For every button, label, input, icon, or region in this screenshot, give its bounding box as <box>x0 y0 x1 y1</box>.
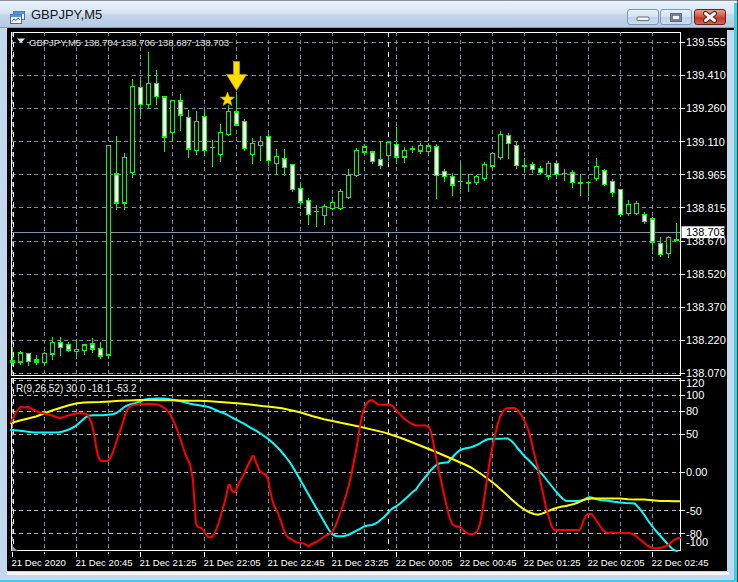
svg-text:138.815: 138.815 <box>686 202 726 214</box>
svg-text:21 Dec 21:25: 21 Dec 21:25 <box>140 557 197 568</box>
svg-text:21 Dec 20:45: 21 Dec 20:45 <box>76 557 133 568</box>
svg-text:120: 120 <box>686 377 704 389</box>
svg-text:138.520: 138.520 <box>686 268 726 280</box>
svg-text:22 Dec 00:45: 22 Dec 00:45 <box>460 557 517 568</box>
svg-text:138.703: 138.703 <box>686 226 726 238</box>
svg-text:21 Dec 22:05: 21 Dec 22:05 <box>204 557 261 568</box>
svg-text:139.555: 139.555 <box>686 36 726 48</box>
svg-text:138.220: 138.220 <box>686 334 726 346</box>
svg-text:139.260: 139.260 <box>686 102 726 114</box>
svg-text:0.00: 0.00 <box>686 466 707 478</box>
svg-text:21 Dec 23:25: 21 Dec 23:25 <box>332 557 389 568</box>
svg-text:GBPJPY,M5 138.704 138.706 138.: GBPJPY,M5 138.704 138.706 138.687 138.70… <box>29 37 229 48</box>
svg-text:22 Dec 02:05: 22 Dec 02:05 <box>588 557 645 568</box>
svg-text:139.110: 139.110 <box>686 136 725 148</box>
svg-text:21 Dec 22:45: 21 Dec 22:45 <box>268 557 325 568</box>
svg-text:139.410: 139.410 <box>686 69 726 81</box>
svg-text:-50: -50 <box>686 505 702 517</box>
svg-text:22 Dec 02:45: 22 Dec 02:45 <box>652 557 709 568</box>
svg-text:80: 80 <box>686 405 698 417</box>
svg-text:100: 100 <box>686 389 704 401</box>
svg-text:138.965: 138.965 <box>686 169 726 181</box>
svg-text:22 Dec 01:25: 22 Dec 01:25 <box>524 557 581 568</box>
svg-text:22 Dec 00:05: 22 Dec 00:05 <box>396 557 453 568</box>
svg-text:138.370: 138.370 <box>686 301 726 313</box>
svg-text:R(9,26,52) 30.0 -18.1 -53.2: R(9,26,52) 30.0 -18.1 -53.2 <box>16 383 137 394</box>
svg-text:-100: -100 <box>686 536 708 548</box>
svg-text:21 Dec 2020: 21 Dec 2020 <box>12 557 66 568</box>
svg-text:50: 50 <box>686 428 698 440</box>
